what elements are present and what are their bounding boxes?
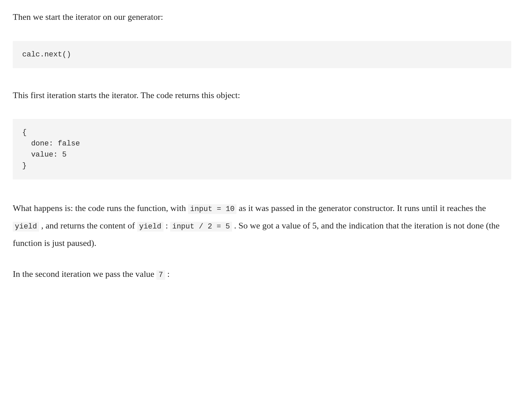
inline-code-input: input = 10 [188,204,236,214]
paragraph-first-iteration: This first iteration starts the iterator… [13,88,511,102]
text-segment: : [165,269,170,279]
paragraph-second-iteration: In the second iteration we pass the valu… [13,265,511,283]
text-segment: as it was passed in the generator constr… [236,203,486,213]
text-segment: In the second iteration we pass the valu… [13,269,156,279]
paragraph-explanation: What happens is: the code runs the funct… [13,200,511,252]
inline-code-seven: 7 [156,270,165,280]
inline-code-yield-2: yield [137,222,163,232]
text-segment: , and returns the content of [39,221,137,230]
code-block-result-object: { done: false value: 5 } [13,119,511,179]
inline-code-expression: input / 2 = 5 [170,222,232,232]
code-block-calc-next: calc.next() [13,41,511,68]
inline-code-yield: yield [13,222,39,232]
text-segment: What happens is: the code runs the funct… [13,203,188,213]
text-segment: : [163,221,170,230]
paragraph-intro: Then we start the iterator on our genera… [13,10,511,24]
